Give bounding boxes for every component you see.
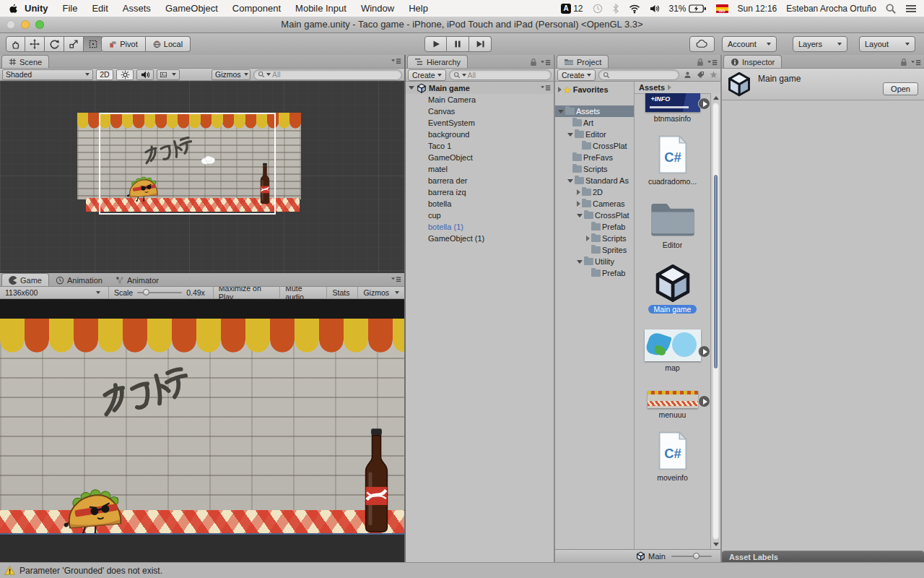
project-search-input[interactable] <box>598 69 679 80</box>
label-filter-button[interactable] <box>695 70 705 80</box>
project-tree-item-prefavs[interactable]: PreFavs <box>555 152 634 163</box>
zoom-window-button[interactable] <box>35 20 44 29</box>
expander-icon[interactable] <box>586 236 590 241</box>
tab-scene[interactable]: Scene <box>1 55 49 68</box>
rect-tool-button[interactable] <box>84 36 103 52</box>
collab-filter-button[interactable] <box>682 70 692 80</box>
account-dropdown[interactable]: Account <box>722 36 777 52</box>
project-asset-main-game[interactable]: Main game <box>635 262 710 314</box>
expander-icon[interactable] <box>577 189 580 195</box>
favorites-row[interactable]: ★ Favorites <box>555 84 634 95</box>
spotlight-icon[interactable] <box>885 2 897 14</box>
hand-tool-button[interactable] <box>6 36 25 52</box>
hierarchy-item-eventsystem[interactable]: EventSystem <box>406 117 554 129</box>
user-menu[interactable]: Esteban Arocha Ortuño <box>786 4 876 14</box>
menu-bar-clock[interactable]: Sun 12:16 <box>738 4 777 14</box>
wifi-icon[interactable] <box>629 4 640 14</box>
assets-scrollbar[interactable] <box>710 93 720 549</box>
pause-button[interactable] <box>447 36 469 52</box>
cloud-services-button[interactable] <box>689 36 715 52</box>
tab-game[interactable]: Game <box>1 273 49 286</box>
tab-project[interactable]: Project <box>557 55 609 68</box>
scrollbar-thumb[interactable] <box>714 175 718 368</box>
project-tree-item-2d[interactable]: 2D <box>555 186 634 198</box>
menu-gameobject[interactable]: GameObject <box>158 3 225 14</box>
mute-audio-button[interactable]: Mute audio <box>279 287 323 299</box>
hierarchy-item-barrera-der[interactable]: barrera der <box>406 175 554 186</box>
aspect-dropdown[interactable]: 1136x600 <box>0 287 105 299</box>
shading-mode-dropdown[interactable]: Shaded <box>2 69 93 80</box>
menu-file[interactable]: File <box>56 3 85 14</box>
tab-hierarchy[interactable]: Hierarchy <box>407 55 468 68</box>
scrollbar-track[interactable] <box>712 103 719 540</box>
move-tool-button[interactable] <box>25 36 45 52</box>
scene-search-input[interactable]: All <box>253 69 402 80</box>
expander-icon[interactable] <box>558 110 564 113</box>
breadcrumb[interactable]: Assets <box>635 82 720 94</box>
scale-slider[interactable]: Scale 0.49x <box>108 287 210 299</box>
stats-button[interactable]: Stats <box>326 287 354 299</box>
expander-icon[interactable] <box>577 260 583 264</box>
scroll-down-button[interactable] <box>712 540 720 548</box>
tab-inspector[interactable]: Inspector <box>723 55 782 68</box>
project-tree-item-scripts[interactable]: Scripts <box>555 233 634 244</box>
scene-gizmos-dropdown[interactable]: Gizmos <box>212 69 250 80</box>
local-toggle-button[interactable]: Local <box>146 36 191 52</box>
pane-menu-icon[interactable] <box>391 58 401 64</box>
scale-slider-track[interactable] <box>137 292 182 293</box>
pivot-toggle-button[interactable]: Pivot <box>101 36 146 52</box>
rotate-tool-button[interactable] <box>45 36 64 52</box>
status-bar[interactable]: Parameter 'Grounded' does not exist. <box>0 562 924 578</box>
project-asset-editor[interactable]: Editor <box>635 200 710 249</box>
menu-window[interactable]: Window <box>354 3 401 14</box>
pane-menu-icon[interactable] <box>910 59 921 66</box>
menu-help[interactable]: Help <box>401 3 435 14</box>
hierarchy-item-canvas[interactable]: Canvas <box>406 105 554 117</box>
hierarchy-item-barrera-izq[interactable]: barrera izq <box>406 186 554 198</box>
project-asset-btnmasinfo[interactable]: +INFObtnmasinfo <box>635 93 710 123</box>
project-tree-item-sprites[interactable]: Sprites <box>555 244 634 256</box>
hierarchy-scene-row[interactable]: Main game <box>406 82 554 94</box>
layers-dropdown[interactable]: Layers <box>793 36 847 52</box>
expander-icon[interactable] <box>409 86 414 90</box>
project-tree-item-cameras[interactable]: Cameras <box>555 198 634 210</box>
menu-assets[interactable]: Assets <box>116 3 158 14</box>
maximize-on-play-button[interactable]: Maximize on Play <box>213 287 276 299</box>
keyboard-flag-icon[interactable]: ISO <box>716 4 728 13</box>
hierarchy-search-input[interactable]: All <box>449 69 552 80</box>
bluetooth-icon[interactable] <box>612 4 619 14</box>
project-tree-item-prefab[interactable]: Prefab <box>555 221 634 233</box>
lock-icon[interactable] <box>697 58 704 66</box>
pane-menu-icon[interactable] <box>707 59 718 66</box>
favorites-filter-button[interactable] <box>708 70 718 80</box>
game-gizmos-dropdown[interactable]: Gizmos <box>357 287 404 299</box>
menu-unity[interactable]: Unity <box>17 3 56 14</box>
lock-icon[interactable] <box>530 58 537 66</box>
project-asset-cuadradomo[interactable]: cuadradomo... <box>635 134 710 186</box>
menu-mobile-input[interactable]: Mobile Input <box>288 3 354 14</box>
hierarchy-item-botella-1[interactable]: botella (1) <box>406 221 554 233</box>
project-tree-item-crossplat[interactable]: CrossPlat <box>555 210 634 221</box>
hierarchy-item-main-camera[interactable]: Main Camera <box>406 94 554 105</box>
effects-dropdown[interactable] <box>157 69 180 80</box>
hierarchy-create-button[interactable]: Create <box>408 69 446 81</box>
menu-component[interactable]: Component <box>225 3 288 14</box>
battery-indicator[interactable]: 31% <box>669 4 707 14</box>
input-source-indicator[interactable]: A 12 <box>561 4 583 14</box>
hierarchy-item-gameobject-1[interactable]: GameObject (1) <box>406 233 554 244</box>
project-asset-moveinfo[interactable]: moveinfo <box>635 431 710 482</box>
volume-icon[interactable] <box>650 4 660 14</box>
expander-icon[interactable] <box>577 201 580 207</box>
audio-toggle-button[interactable] <box>136 69 154 80</box>
lighting-toggle-button[interactable] <box>116 69 134 80</box>
hierarchy-item-gameobject[interactable]: GameObject <box>406 152 554 163</box>
project-tree-item-art[interactable]: Art <box>555 117 634 129</box>
play-button[interactable] <box>424 36 447 52</box>
2d-toggle-button[interactable]: 2D <box>96 69 113 80</box>
time-machine-icon[interactable] <box>593 4 603 14</box>
thumbnail-size-thumb[interactable] <box>693 553 699 559</box>
step-button[interactable] <box>469 36 492 52</box>
pane-menu-icon[interactable] <box>391 276 401 282</box>
hierarchy-item-cup[interactable]: cup <box>406 210 554 221</box>
project-create-button[interactable]: Create <box>557 69 596 81</box>
